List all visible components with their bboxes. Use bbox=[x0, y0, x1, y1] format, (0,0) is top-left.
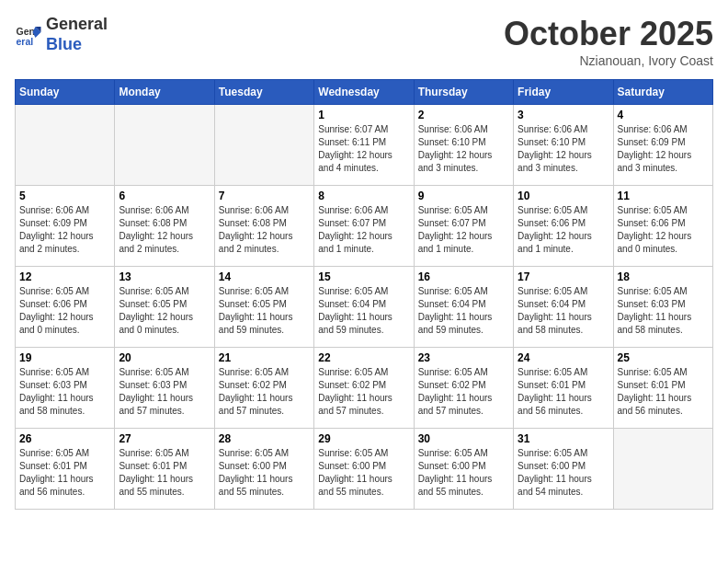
calendar-day-cell: 26Sunrise: 6:05 AMSunset: 6:01 PMDayligh… bbox=[16, 429, 115, 510]
day-info: Sunrise: 6:06 AMSunset: 6:08 PMDaylight:… bbox=[219, 204, 310, 256]
day-info: Sunrise: 6:05 AMSunset: 6:02 PMDaylight:… bbox=[318, 366, 409, 418]
day-number: 14 bbox=[219, 270, 310, 283]
calendar-day-cell: 22Sunrise: 6:05 AMSunset: 6:02 PMDayligh… bbox=[314, 348, 414, 429]
calendar-day-cell: 3Sunrise: 6:06 AMSunset: 6:10 PMDaylight… bbox=[514, 105, 613, 186]
day-info: Sunrise: 6:05 AMSunset: 6:06 PMDaylight:… bbox=[618, 204, 709, 256]
calendar-day-cell: 5Sunrise: 6:06 AMSunset: 6:09 PMDaylight… bbox=[16, 186, 115, 267]
day-number: 29 bbox=[318, 432, 409, 445]
day-number: 23 bbox=[418, 351, 509, 364]
day-info: Sunrise: 6:06 AMSunset: 6:09 PMDaylight:… bbox=[19, 204, 110, 256]
day-number: 17 bbox=[518, 270, 609, 283]
calendar-day-cell: 16Sunrise: 6:05 AMSunset: 6:04 PMDayligh… bbox=[414, 267, 513, 348]
day-info: Sunrise: 6:06 AMSunset: 6:09 PMDaylight:… bbox=[618, 123, 709, 175]
day-number: 5 bbox=[19, 190, 110, 202]
day-number: 9 bbox=[418, 190, 509, 202]
day-info: Sunrise: 6:06 AMSunset: 6:10 PMDaylight:… bbox=[518, 123, 609, 175]
day-info: Sunrise: 6:05 AMSunset: 6:06 PMDaylight:… bbox=[19, 285, 110, 337]
day-number: 18 bbox=[618, 270, 709, 283]
day-number: 28 bbox=[219, 432, 310, 445]
weekday-header: Monday bbox=[115, 80, 214, 105]
day-number: 10 bbox=[518, 190, 609, 202]
calendar-day-cell bbox=[214, 105, 313, 186]
day-info: Sunrise: 6:05 AMSunset: 6:04 PMDaylight:… bbox=[318, 285, 409, 337]
calendar-week-row: 1Sunrise: 6:07 AMSunset: 6:11 PMDaylight… bbox=[16, 105, 713, 186]
calendar-day-cell: 19Sunrise: 6:05 AMSunset: 6:03 PMDayligh… bbox=[16, 348, 115, 429]
day-info: Sunrise: 6:05 AMSunset: 6:01 PMDaylight:… bbox=[518, 366, 609, 418]
calendar-day-cell: 6Sunrise: 6:06 AMSunset: 6:08 PMDaylight… bbox=[115, 186, 214, 267]
day-info: Sunrise: 6:05 AMSunset: 6:01 PMDaylight:… bbox=[618, 366, 709, 418]
calendar-day-cell: 18Sunrise: 6:05 AMSunset: 6:03 PMDayligh… bbox=[613, 267, 712, 348]
logo-line2: Blue bbox=[46, 35, 108, 55]
calendar-day-cell: 8Sunrise: 6:06 AMSunset: 6:07 PMDaylight… bbox=[314, 186, 414, 267]
day-info: Sunrise: 6:05 AMSunset: 6:04 PMDaylight:… bbox=[518, 285, 609, 337]
weekday-header: Thursday bbox=[414, 80, 513, 105]
day-info: Sunrise: 6:05 AMSunset: 6:07 PMDaylight:… bbox=[418, 204, 509, 256]
day-info: Sunrise: 6:05 AMSunset: 6:00 PMDaylight:… bbox=[518, 447, 609, 499]
day-number: 30 bbox=[418, 432, 509, 445]
calendar-week-row: 5Sunrise: 6:06 AMSunset: 6:09 PMDaylight… bbox=[16, 186, 713, 267]
logo-text: General Blue bbox=[46, 15, 108, 54]
calendar-day-cell: 30Sunrise: 6:05 AMSunset: 6:00 PMDayligh… bbox=[414, 429, 513, 510]
logo-line1: General bbox=[46, 15, 108, 35]
calendar-table: SundayMondayTuesdayWednesdayThursdayFrid… bbox=[15, 79, 713, 510]
day-info: Sunrise: 6:05 AMSunset: 6:03 PMDaylight:… bbox=[119, 366, 210, 418]
day-number: 4 bbox=[618, 109, 709, 121]
day-info: Sunrise: 6:05 AMSunset: 6:05 PMDaylight:… bbox=[119, 285, 210, 337]
day-info: Sunrise: 6:07 AMSunset: 6:11 PMDaylight:… bbox=[318, 123, 409, 175]
calendar-week-row: 26Sunrise: 6:05 AMSunset: 6:01 PMDayligh… bbox=[16, 429, 713, 510]
location: Nzianouan, Ivory Coast bbox=[504, 53, 713, 68]
day-info: Sunrise: 6:05 AMSunset: 6:03 PMDaylight:… bbox=[618, 285, 709, 337]
calendar-day-cell: 25Sunrise: 6:05 AMSunset: 6:01 PMDayligh… bbox=[613, 348, 712, 429]
month-title: October 2025 bbox=[504, 15, 713, 53]
calendar-day-cell: 4Sunrise: 6:06 AMSunset: 6:09 PMDaylight… bbox=[613, 105, 712, 186]
weekday-header: Saturday bbox=[613, 80, 712, 105]
calendar-day-cell: 23Sunrise: 6:05 AMSunset: 6:02 PMDayligh… bbox=[414, 348, 513, 429]
calendar-day-cell: 31Sunrise: 6:05 AMSunset: 6:00 PMDayligh… bbox=[514, 429, 613, 510]
day-info: Sunrise: 6:05 AMSunset: 6:06 PMDaylight:… bbox=[518, 204, 609, 256]
day-number: 12 bbox=[19, 270, 110, 283]
day-info: Sunrise: 6:05 AMSunset: 6:00 PMDaylight:… bbox=[418, 447, 509, 499]
day-number: 11 bbox=[618, 190, 709, 202]
calendar-day-cell: 17Sunrise: 6:05 AMSunset: 6:04 PMDayligh… bbox=[514, 267, 613, 348]
day-info: Sunrise: 6:05 AMSunset: 6:02 PMDaylight:… bbox=[418, 366, 509, 418]
day-info: Sunrise: 6:05 AMSunset: 6:02 PMDaylight:… bbox=[219, 366, 310, 418]
day-number: 3 bbox=[518, 109, 609, 121]
day-info: Sunrise: 6:05 AMSunset: 6:00 PMDaylight:… bbox=[318, 447, 409, 499]
calendar-day-cell: 24Sunrise: 6:05 AMSunset: 6:01 PMDayligh… bbox=[514, 348, 613, 429]
title-area: October 2025 Nzianouan, Ivory Coast bbox=[504, 15, 713, 68]
day-number: 27 bbox=[119, 432, 210, 445]
day-number: 24 bbox=[518, 351, 609, 364]
calendar-day-cell: 28Sunrise: 6:05 AMSunset: 6:00 PMDayligh… bbox=[214, 429, 313, 510]
day-number: 25 bbox=[618, 351, 709, 364]
day-number: 8 bbox=[318, 190, 409, 202]
calendar-day-cell: 14Sunrise: 6:05 AMSunset: 6:05 PMDayligh… bbox=[214, 267, 313, 348]
calendar-day-cell: 27Sunrise: 6:05 AMSunset: 6:01 PMDayligh… bbox=[115, 429, 214, 510]
weekday-header: Wednesday bbox=[314, 80, 414, 105]
calendar-week-row: 19Sunrise: 6:05 AMSunset: 6:03 PMDayligh… bbox=[16, 348, 713, 429]
calendar-day-cell: 29Sunrise: 6:05 AMSunset: 6:00 PMDayligh… bbox=[314, 429, 414, 510]
day-info: Sunrise: 6:06 AMSunset: 6:08 PMDaylight:… bbox=[119, 204, 210, 256]
day-info: Sunrise: 6:05 AMSunset: 6:04 PMDaylight:… bbox=[418, 285, 509, 337]
day-info: Sunrise: 6:05 AMSunset: 6:01 PMDaylight:… bbox=[19, 447, 110, 499]
calendar-day-cell: 12Sunrise: 6:05 AMSunset: 6:06 PMDayligh… bbox=[16, 267, 115, 348]
calendar-day-cell bbox=[16, 105, 115, 186]
day-number: 6 bbox=[119, 190, 210, 202]
day-number: 1 bbox=[318, 109, 409, 121]
day-info: Sunrise: 6:06 AMSunset: 6:10 PMDaylight:… bbox=[418, 123, 509, 175]
page-header: Gen eral General Blue October 2025 Nzian… bbox=[15, 15, 713, 68]
day-number: 20 bbox=[119, 351, 210, 364]
calendar-day-cell: 20Sunrise: 6:05 AMSunset: 6:03 PMDayligh… bbox=[115, 348, 214, 429]
calendar-day-cell: 21Sunrise: 6:05 AMSunset: 6:02 PMDayligh… bbox=[214, 348, 313, 429]
day-number: 15 bbox=[318, 270, 409, 283]
weekday-header: Friday bbox=[514, 80, 613, 105]
calendar-day-cell: 15Sunrise: 6:05 AMSunset: 6:04 PMDayligh… bbox=[314, 267, 414, 348]
calendar-day-cell: 13Sunrise: 6:05 AMSunset: 6:05 PMDayligh… bbox=[115, 267, 214, 348]
day-number: 26 bbox=[19, 432, 110, 445]
day-number: 7 bbox=[219, 190, 310, 202]
calendar-day-cell: 7Sunrise: 6:06 AMSunset: 6:08 PMDaylight… bbox=[214, 186, 313, 267]
day-number: 2 bbox=[418, 109, 509, 121]
day-number: 21 bbox=[219, 351, 310, 364]
weekday-header: Sunday bbox=[16, 80, 115, 105]
logo: Gen eral General Blue bbox=[15, 15, 108, 54]
calendar-day-cell bbox=[613, 429, 712, 510]
